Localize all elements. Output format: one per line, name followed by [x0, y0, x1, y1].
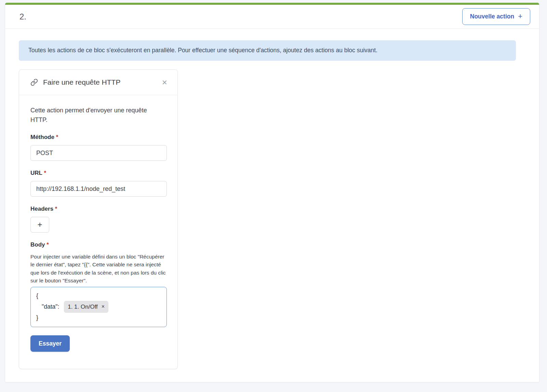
- required-asterisk: *: [56, 134, 58, 140]
- body-editor[interactable]: { "data": 1. 1. On/Off × }: [30, 287, 167, 327]
- body-help-text: Pour injecter une variable défini dans u…: [30, 253, 166, 284]
- parallel-info-banner: Toutes les actions de ce bloc s'exécuter…: [19, 40, 516, 61]
- action-block-card: 2. Nouvelle action + Toutes les actions …: [5, 3, 539, 382]
- block-index-label: 2.: [19, 12, 26, 22]
- new-action-label: Nouvelle action: [470, 13, 514, 20]
- action-description: Cette action permet d'envoyer une requêt…: [30, 106, 162, 125]
- headers-label: Headers *: [30, 206, 166, 212]
- url-input[interactable]: [30, 181, 167, 197]
- chip-remove-icon[interactable]: ×: [102, 304, 105, 309]
- body-label: Body *: [30, 241, 166, 248]
- variable-chip-label: 1. 1. On/Off: [68, 302, 98, 312]
- try-button[interactable]: Essayer: [30, 335, 70, 352]
- editor-json-key: "data":: [42, 302, 61, 311]
- variable-chip[interactable]: 1. 1. On/Off ×: [64, 301, 108, 313]
- action-card-title: Faire une requête HTTP: [43, 78, 120, 86]
- editor-data-line: "data": 1. 1. On/Off ×: [36, 301, 161, 313]
- block-header: 2. Nouvelle action +: [5, 5, 539, 29]
- method-label: Méthode *: [30, 134, 166, 141]
- close-icon[interactable]: ×: [161, 77, 169, 87]
- plus-icon: +: [518, 13, 522, 20]
- method-input[interactable]: [30, 145, 167, 161]
- http-request-action-card: Faire une requête HTTP × Cette action pe…: [19, 69, 178, 369]
- required-asterisk: *: [55, 206, 57, 212]
- link-icon: [30, 79, 38, 86]
- url-label: URL *: [30, 170, 166, 177]
- new-action-button[interactable]: Nouvelle action +: [462, 8, 530, 25]
- editor-close-brace: }: [36, 313, 161, 322]
- add-header-button[interactable]: +: [30, 217, 49, 233]
- action-card-header: Faire une requête HTTP ×: [19, 70, 177, 95]
- required-asterisk: *: [46, 241, 49, 248]
- block-content: Toutes les actions de ce bloc s'exécuter…: [5, 29, 539, 369]
- required-asterisk: *: [44, 170, 46, 176]
- editor-open-brace: {: [36, 291, 161, 300]
- action-card-body: Cette action permet d'envoyer une requêt…: [19, 95, 177, 369]
